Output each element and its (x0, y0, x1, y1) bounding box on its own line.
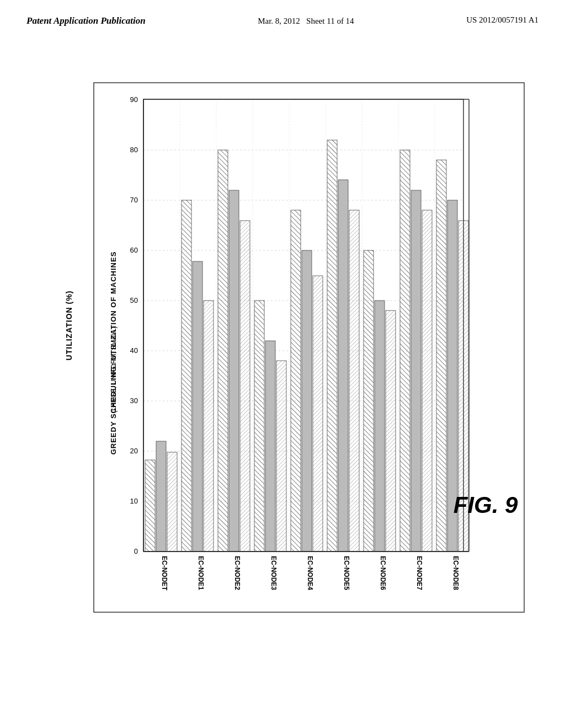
publication-title: Patent Application Publication (26, 15, 146, 26)
bar-ecnodet-1 (145, 460, 155, 552)
page-header: Patent Application Publication Mar. 8, 2… (0, 0, 565, 33)
bar-ecnode4-2 (302, 250, 312, 552)
bar-ecnode3-3 (276, 361, 286, 552)
svg-text:80: 80 (130, 146, 138, 154)
x-label-ecnode7: EC-NODE7 (415, 556, 423, 590)
bar-ecnode2-3 (240, 221, 250, 552)
bar-ecnode7-2 (411, 190, 421, 552)
svg-text:40: 40 (130, 346, 138, 355)
bar-ecnode4-3 (313, 276, 323, 552)
sheet-info: Sheet 11 of 14 (306, 17, 354, 25)
bar-ecnode6-2 (375, 301, 385, 552)
x-label-ecnode1: EC-NODE1 (197, 556, 205, 590)
bar-ecnode5-3 (349, 210, 359, 552)
x-label-ecnode5: EC-NODE5 (343, 556, 350, 590)
bar-ecnode4-1 (291, 210, 301, 552)
x-label-ecnodet: EC-NODET (161, 556, 168, 591)
svg-text:UTILIZATION (%): UTILIZATION (%) (65, 291, 73, 361)
svg-text:50: 50 (130, 296, 138, 304)
svg-text:10: 10 (130, 497, 138, 505)
svg-text:20: 20 (130, 447, 138, 455)
bar-ecnode5-2 (338, 180, 348, 552)
bar-ecnodet-3 (167, 452, 177, 552)
patent-number: US 2012/0057191 A1 (466, 15, 539, 25)
bar-ecnode8-1 (436, 160, 446, 552)
x-label-ecnode4: EC-NODE4 (306, 556, 314, 590)
svg-text:70: 70 (130, 196, 138, 204)
bar-ecnode6-3 (386, 311, 396, 552)
bar-ecnode7-3 (422, 210, 432, 552)
figure-label: FIG. 9 (454, 492, 518, 518)
bar-ecnode1-2 (193, 261, 202, 552)
bar-ecnode2-1 (218, 150, 228, 552)
svg-text:0: 0 (134, 547, 138, 555)
svg-text:90: 90 (130, 95, 138, 104)
bar-ecnode3-2 (265, 341, 275, 552)
bar-ecnode6-1 (364, 250, 374, 552)
x-label-ecnode3: EC-NODE3 (270, 556, 278, 590)
bar-ecnode1-1 (182, 200, 191, 552)
x-label-ecnode6: EC-NODE6 (379, 556, 387, 590)
svg-text:60: 60 (130, 246, 138, 254)
bar-ecnode3-1 (254, 301, 264, 552)
bar-ecnode1-3 (204, 301, 214, 552)
header-date-sheet: Mar. 8, 2012 Sheet 11 of 14 (258, 15, 354, 27)
publication-date: Mar. 8, 2012 (258, 17, 300, 25)
bar-ecnode2-2 (229, 190, 239, 552)
svg-text:30: 30 (130, 397, 138, 405)
x-label-ecnode2: EC-NODE2 (233, 556, 241, 590)
svg-text:(LARGE, UNIFORM, SMALL): (LARGE, UNIFORM, SMALL) (110, 326, 118, 413)
x-label-ecnode8: EC-NODE8 (452, 556, 460, 590)
bar-ecnodet-2 (156, 441, 166, 552)
bar-ecnode7-1 (400, 150, 410, 552)
main-chart: GREEDY SCHEDULING: UTILIZATION OF MACHIN… (28, 61, 546, 700)
bar-ecnode5-1 (327, 140, 337, 552)
